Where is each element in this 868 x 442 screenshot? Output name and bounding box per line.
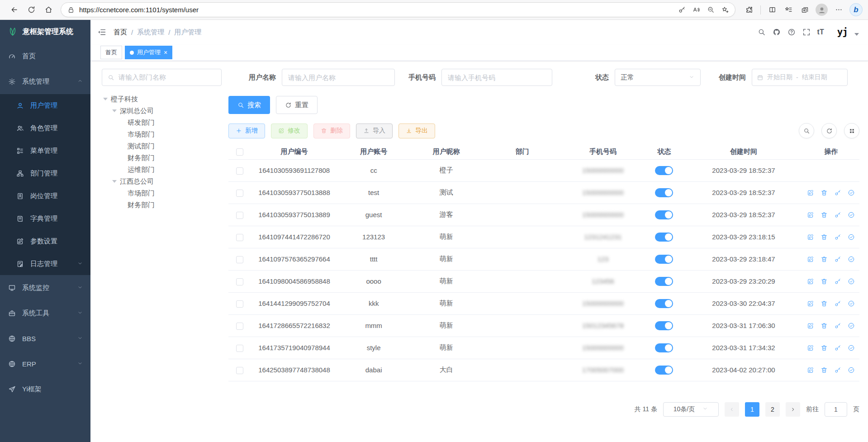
tree-node[interactable]: 橙子科技 (102, 93, 222, 105)
tree-caret-icon[interactable] (112, 109, 117, 112)
delete-icon[interactable] (821, 211, 828, 219)
assign-role-icon[interactable] (848, 211, 855, 219)
reset-button[interactable]: 重置 (276, 96, 318, 114)
page-button-1[interactable]: 1 (745, 402, 759, 417)
date-range-picker[interactable]: 开始日期 - 结束日期 (752, 69, 848, 86)
edit-icon[interactable] (807, 322, 814, 329)
reset-password-icon[interactable] (834, 189, 841, 196)
assign-role-icon[interactable] (848, 322, 855, 329)
reset-password-icon[interactable] (834, 344, 841, 352)
reload-icon[interactable] (23, 2, 40, 18)
copilot-icon[interactable]: b (849, 3, 863, 16)
delete-button[interactable]: 删除 (313, 124, 350, 138)
assign-role-icon[interactable] (848, 344, 855, 352)
edit-icon[interactable] (807, 211, 814, 219)
edit-icon[interactable] (807, 233, 814, 241)
status-toggle[interactable] (655, 343, 673, 352)
tree-node[interactable]: 市场部门 (102, 187, 222, 199)
delete-icon[interactable] (821, 344, 828, 352)
tag-user-management[interactable]: 用户管理 × (125, 46, 172, 59)
url-text[interactable]: https://ccnetcore.com:1101/system/user (79, 6, 674, 14)
import-button[interactable]: 导入 (356, 124, 393, 138)
tree-node[interactable]: 测试部门 (102, 140, 222, 152)
address-bar[interactable]: https://ccnetcore.com:1101/system/user (61, 2, 735, 17)
sidebar-item-dict-management[interactable]: 字典管理 (0, 207, 90, 230)
fullscreen-icon[interactable] (802, 28, 811, 36)
edit-icon[interactable] (807, 256, 814, 263)
export-button[interactable]: 导出 (398, 124, 435, 138)
more-icon[interactable] (831, 2, 846, 18)
row-checkbox[interactable] (236, 367, 243, 374)
delete-icon[interactable] (821, 189, 828, 196)
status-toggle[interactable] (655, 255, 673, 264)
sidebar-item-yi-framework[interactable]: Yi框架 (0, 376, 90, 402)
add-favorite-icon[interactable] (718, 4, 732, 16)
sidebar-item-parameter-settings[interactable]: 参数设置 (0, 230, 90, 252)
user-logo[interactable]: yj (837, 27, 848, 38)
tree-node[interactable]: 研发部门 (102, 117, 222, 128)
edit-icon[interactable] (807, 344, 814, 352)
assign-role-icon[interactable] (848, 189, 855, 196)
edit-icon[interactable] (807, 278, 814, 285)
assign-role-icon[interactable] (848, 278, 855, 285)
sidebar-item-log-management[interactable]: 日志管理 (0, 252, 90, 275)
tag-home[interactable]: 首页 (100, 46, 122, 59)
reset-password-icon[interactable] (834, 211, 841, 219)
sidebar-item-role-management[interactable]: 角色管理 (0, 117, 90, 139)
department-search-input[interactable]: 请输入部门名称 (102, 69, 222, 86)
prev-page-button[interactable] (725, 402, 739, 417)
sidebar-item-department-management[interactable]: 部门管理 (0, 162, 90, 185)
row-checkbox[interactable] (236, 234, 243, 241)
delete-icon[interactable] (821, 233, 828, 241)
sidebar-item-bbs[interactable]: BBS (0, 326, 90, 351)
tree-caret-icon[interactable] (103, 98, 108, 100)
page-size-select[interactable]: 10条/页 (663, 402, 719, 417)
status-toggle[interactable] (655, 277, 673, 286)
tree-node[interactable]: 深圳总公司 (102, 105, 222, 117)
row-checkbox[interactable] (236, 345, 243, 352)
sidebar-item-erp[interactable]: ERP (0, 351, 90, 376)
delete-icon[interactable] (821, 366, 828, 374)
username-input[interactable] (282, 69, 395, 86)
status-toggle[interactable] (655, 366, 673, 375)
row-checkbox[interactable] (236, 278, 243, 285)
extensions-icon[interactable] (742, 2, 756, 18)
row-checkbox[interactable] (236, 256, 243, 263)
collections-icon[interactable] (797, 2, 812, 18)
delete-icon[interactable] (821, 256, 828, 263)
reset-password-icon[interactable] (834, 300, 841, 307)
sidebar-item-menu-management[interactable]: 菜单管理 (0, 139, 90, 162)
row-checkbox[interactable] (236, 323, 243, 330)
lock-icon[interactable] (67, 6, 75, 14)
reset-password-icon[interactable] (834, 256, 841, 263)
home-icon[interactable] (40, 2, 57, 18)
font-size-icon[interactable]: tT (817, 28, 824, 36)
password-key-icon[interactable] (674, 4, 689, 16)
status-toggle[interactable] (655, 166, 673, 175)
sidebar-item-post-management[interactable]: 岗位管理 (0, 185, 90, 207)
sidebar-item-home[interactable]: 首页 (0, 43, 90, 69)
zoom-out-icon[interactable] (703, 4, 718, 16)
assign-role-icon[interactable] (848, 233, 855, 241)
sidebar-item-system-management[interactable]: 系统管理 (0, 69, 90, 94)
edit-icon[interactable] (807, 300, 814, 307)
breadcrumb-system[interactable]: 系统管理 (137, 28, 164, 37)
delete-icon[interactable] (821, 300, 828, 307)
reset-password-icon[interactable] (834, 366, 841, 374)
edit-button[interactable]: 修改 (271, 124, 308, 138)
edit-icon[interactable] (807, 366, 814, 374)
close-icon[interactable]: × (164, 49, 167, 56)
refresh-table-button[interactable] (821, 123, 837, 138)
tree-caret-icon[interactable] (112, 180, 117, 183)
sidebar-item-user-management[interactable]: 用户管理 (0, 94, 90, 117)
assign-role-icon[interactable] (848, 300, 855, 307)
read-aloud-icon[interactable] (689, 4, 703, 16)
row-checkbox[interactable] (236, 167, 243, 175)
reset-password-icon[interactable] (834, 322, 841, 329)
tree-node[interactable]: 财务部门 (102, 199, 222, 211)
add-button[interactable]: 新增 (228, 124, 265, 138)
toggle-search-button[interactable] (799, 123, 814, 138)
dropdown-caret-icon[interactable] (854, 33, 859, 36)
status-toggle[interactable] (655, 210, 673, 219)
status-toggle[interactable] (655, 299, 673, 308)
